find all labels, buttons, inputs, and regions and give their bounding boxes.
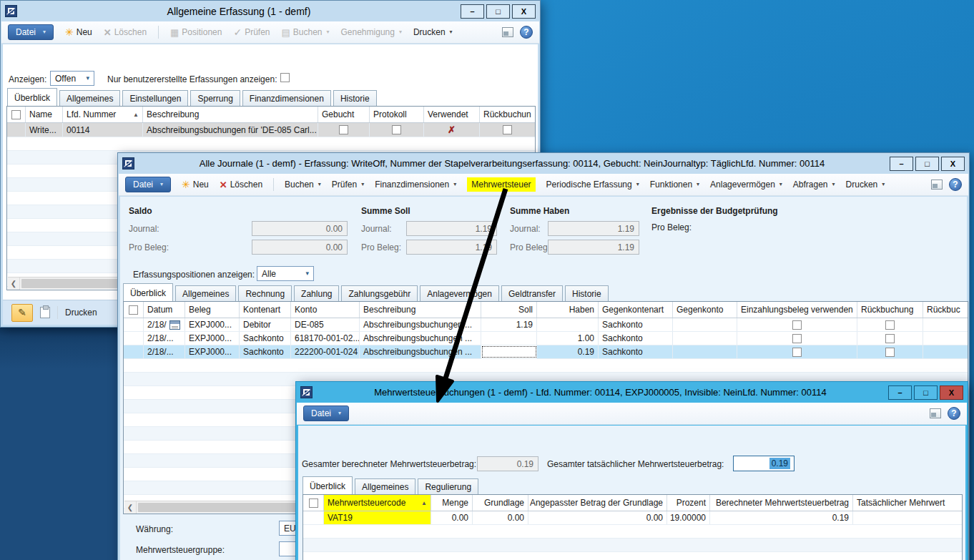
help-icon[interactable]: ?: [948, 407, 960, 420]
tab-zahlungsgebuehr[interactable]: Zahlungsgebühr: [341, 285, 418, 303]
einzahlungsbeleg-checkbox[interactable]: [792, 334, 802, 343]
post-menu[interactable]: Buchen ▾: [285, 180, 321, 190]
file-menu-button[interactable]: Datei ▾: [303, 406, 349, 421]
col-rueckbuchung[interactable]: Rückbuchung: [857, 302, 923, 318]
tab-rechnung[interactable]: Rechnung: [238, 285, 292, 303]
periodic-journal-menu[interactable]: Periodische Erfassung ▾: [546, 180, 639, 190]
tab-einstellungen[interactable]: Einstellungen: [122, 90, 188, 107]
rueckbuchung-checkbox[interactable]: [503, 125, 512, 134]
maximize-button[interactable]: □: [915, 157, 939, 171]
col-mehrwertsteuercode-highlighted[interactable]: Mehrwertsteuercode▲: [324, 495, 431, 511]
einzahlungsbeleg-checkbox[interactable]: [792, 320, 802, 330]
pane-layout-icon[interactable]: [502, 27, 513, 37]
table-row[interactable]: Write... 00114 Abschreibungsbuchungen fü…: [7, 123, 535, 137]
statusbar-drucken-label[interactable]: Drucken: [65, 308, 97, 318]
functions-menu[interactable]: Funktionen ▾: [650, 180, 699, 190]
tab-finanzdimensionen[interactable]: Finanzdimensionen: [242, 90, 331, 107]
col-gegenkontenart[interactable]: Gegenkontenart: [599, 302, 673, 318]
scroll-left-button[interactable]: ❮: [8, 277, 20, 290]
tab-regulierung[interactable]: Regulierung: [418, 478, 478, 496]
col-kontenart[interactable]: Kontenart: [240, 302, 291, 318]
pane-layout-icon[interactable]: [931, 180, 943, 190]
tab-geldtransfer[interactable]: Geldtransfer: [501, 285, 563, 303]
tab-historie[interactable]: Historie: [565, 285, 609, 303]
tab-ueberblick[interactable]: Überblick: [123, 283, 173, 303]
scroll-left-button[interactable]: ❮: [124, 501, 137, 514]
col-tatsaechlicher-betrag[interactable]: Tatsächlicher Mehrwert: [853, 495, 962, 511]
sales-tax-button-highlighted[interactable]: Mehrwertsteuer: [467, 177, 535, 192]
tab-allgemeines[interactable]: Allgemeines: [175, 285, 236, 303]
pane-layout-icon[interactable]: [930, 408, 941, 418]
einzahlungsbeleg-checkbox[interactable]: [792, 348, 802, 357]
col-einzahlungsbeleg[interactable]: Einzahlungsbeleg verwenden: [737, 302, 857, 318]
financial-dimensions-menu[interactable]: Finanzdimensionen ▾: [375, 180, 456, 190]
tatsaechlich-input[interactable]: 0.19: [733, 456, 795, 471]
calendar-icon[interactable]: [169, 320, 180, 330]
col-rueckbuchung2[interactable]: Rückbuc: [923, 302, 968, 318]
col-berechneter-betrag[interactable]: Berechneter Mehrwertsteuerbetrag: [710, 495, 853, 511]
table-row[interactable]: VAT19 0.00 0.00 0.00 19.00000 0.19: [303, 511, 962, 525]
validate-menu[interactable]: Prüfen ▾: [332, 180, 364, 190]
col-beleg[interactable]: Beleg: [185, 302, 240, 318]
edit-pencil-button[interactable]: ✎: [11, 304, 33, 322]
positionen-select[interactable]: Alle ▾: [257, 266, 314, 281]
maximize-button[interactable]: □: [486, 4, 510, 19]
col-beschreibung[interactable]: Beschreibung: [360, 302, 481, 318]
print-menu[interactable]: Drucken ▾: [846, 180, 885, 190]
user-created-checkbox[interactable]: [280, 73, 290, 82]
col-gegenkonto[interactable]: Gegenkonto: [673, 302, 737, 318]
col-gebucht[interactable]: Gebucht: [318, 107, 370, 122]
tab-allgemeines[interactable]: Allgemeines: [59, 90, 120, 107]
tab-sperrung[interactable]: Sperrung: [190, 90, 240, 107]
delete-button[interactable]: ✕ Löschen: [220, 180, 262, 190]
file-menu-button[interactable]: Datei ▾: [125, 177, 171, 192]
rueckbuchung-checkbox[interactable]: [885, 334, 895, 343]
tab-allgemeines[interactable]: Allgemeines: [355, 478, 415, 496]
file-menu-button[interactable]: Datei ▾: [8, 24, 54, 40]
close-button[interactable]: X: [512, 4, 536, 19]
maximize-button[interactable]: □: [914, 385, 938, 400]
clipboard-icon[interactable]: [40, 307, 50, 318]
new-button[interactable]: ✳ Neu: [182, 180, 209, 190]
col-rueckbuchung[interactable]: Rückbuchun: [480, 107, 535, 122]
col-konto[interactable]: Konto: [291, 302, 360, 318]
minimize-button[interactable]: –: [461, 4, 484, 19]
tab-zahlung[interactable]: Zahlung: [294, 285, 339, 303]
gebucht-checkbox[interactable]: [339, 125, 348, 134]
col-datum[interactable]: Datum: [144, 302, 185, 318]
rueckbuchung-checkbox[interactable]: [885, 348, 895, 357]
table-row[interactable]: 2/18/... EXPJ000... Sachkonto 618170-001…: [124, 332, 968, 345]
tab-ueberblick[interactable]: Überblick: [302, 476, 353, 496]
col-name[interactable]: Name: [26, 107, 63, 122]
select-all-checkbox[interactable]: [11, 110, 21, 119]
minimize-button[interactable]: –: [888, 385, 912, 400]
rueckbuchung-checkbox[interactable]: [885, 320, 895, 330]
select-all-checkbox[interactable]: [129, 305, 138, 315]
col-lfd-nummer[interactable]: Lfd. Nummer▲: [63, 107, 143, 122]
col-protokoll[interactable]: Protokoll: [370, 107, 424, 122]
help-icon[interactable]: ?: [949, 178, 962, 191]
tab-ueberblick[interactable]: Überblick: [7, 88, 57, 107]
protokoll-checkbox[interactable]: [392, 125, 401, 134]
col-grundlage[interactable]: Grundlage: [473, 495, 528, 511]
tab-anlagevermoegen[interactable]: Anlagevermögen: [420, 285, 499, 303]
col-soll[interactable]: Soll: [481, 302, 537, 318]
close-button[interactable]: X: [941, 157, 965, 171]
table-row-selected[interactable]: 2/18/... EXPJ000... Sachkonto 222200-001…: [124, 345, 968, 359]
print-button[interactable]: Drucken ▾: [413, 27, 453, 37]
col-beschreibung[interactable]: Beschreibung: [143, 107, 318, 122]
anzeigen-select[interactable]: Offen ▾: [50, 71, 94, 86]
minimize-button[interactable]: –: [890, 157, 913, 171]
new-button[interactable]: ✳ Neu: [65, 27, 92, 37]
table-row[interactable]: 2/18/ EXPJ000... Debitor DE-085 Abschrei…: [124, 318, 968, 332]
select-all-checkbox[interactable]: [309, 498, 318, 508]
help-icon[interactable]: ?: [520, 26, 533, 39]
col-menge[interactable]: Menge: [431, 495, 473, 511]
inquiries-menu[interactable]: Abfragen ▾: [793, 180, 835, 190]
col-angepasster-betrag[interactable]: Angepasster Betrag der Grundlage: [528, 495, 667, 511]
focused-soll-cell[interactable]: [481, 345, 537, 358]
close-button[interactable]: X: [940, 385, 963, 400]
tab-historie[interactable]: Historie: [333, 90, 377, 107]
col-verwendet[interactable]: Verwendet: [424, 107, 480, 122]
col-prozent[interactable]: Prozent: [667, 495, 710, 511]
